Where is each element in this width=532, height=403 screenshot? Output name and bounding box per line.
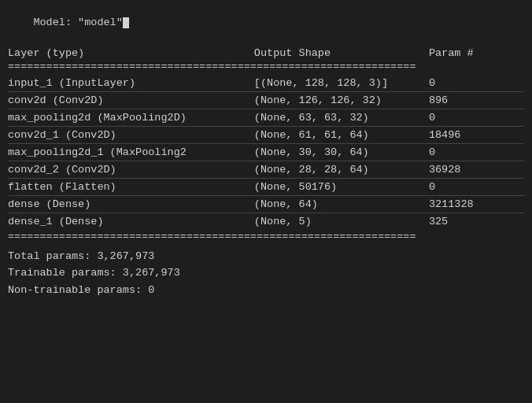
row-params: 0 bbox=[429, 144, 524, 161]
row-params: 896 bbox=[429, 92, 524, 109]
table-row: conv2d_2 (Conv2D)(None, 28, 28, 64)36928 bbox=[8, 161, 524, 179]
row-output: (None, 28, 28, 64) bbox=[254, 161, 429, 179]
row-params: 325 bbox=[429, 213, 524, 230]
model-title: Model: "model" bbox=[8, 5, 524, 40]
total-params: Total params: 3,267,973 bbox=[8, 248, 524, 265]
row-output: (None, 64) bbox=[254, 196, 429, 213]
row-output: (None, 30, 30, 64) bbox=[254, 144, 429, 161]
table-row: max_pooling2d_1 (MaxPooling2(None, 30, 3… bbox=[8, 144, 524, 161]
row-output: (None, 50176) bbox=[254, 179, 429, 196]
row-layer: conv2d_1 (Conv2D) bbox=[8, 127, 254, 144]
header-param: Param # bbox=[429, 46, 524, 60]
table-row: dense_1 (Dense)(None, 5)325 bbox=[8, 213, 524, 230]
row-output: (None, 126, 126, 32) bbox=[254, 92, 429, 109]
row-params: 3211328 bbox=[429, 196, 524, 213]
row-layer: conv2d_2 (Conv2D) bbox=[8, 161, 254, 179]
summary-section: Total params: 3,267,973 Trainable params… bbox=[8, 248, 524, 299]
row-layer: flatten (Flatten) bbox=[8, 179, 254, 196]
row-layer: dense_1 (Dense) bbox=[8, 213, 254, 230]
row-output: (None, 63, 63, 32) bbox=[254, 109, 429, 127]
header-layer: Layer (type) bbox=[8, 46, 254, 60]
row-output: (None, 5) bbox=[254, 213, 429, 230]
rows-container: input_1 (InputLayer)[(None, 128, 128, 3)… bbox=[8, 75, 524, 230]
row-layer: max_pooling2d_1 (MaxPooling2 bbox=[8, 144, 254, 161]
row-params: 0 bbox=[429, 75, 524, 92]
terminal: Model: "model" Layer (type) Output Shape… bbox=[0, 0, 532, 403]
row-layer: max_pooling2d (MaxPooling2D) bbox=[8, 109, 254, 127]
row-output: [(None, 128, 128, 3)] bbox=[254, 75, 429, 92]
separator-bottom: ========================================… bbox=[8, 230, 524, 245]
trainable-params: Trainable params: 3,267,973 bbox=[8, 264, 524, 282]
non-trainable-params: Non-trainable params: 0 bbox=[8, 282, 524, 299]
table-row: flatten (Flatten)(None, 50176)0 bbox=[8, 179, 524, 196]
model-summary-table: Layer (type) Output Shape Param # ======… bbox=[8, 46, 524, 75]
table-row: max_pooling2d (MaxPooling2D)(None, 63, 6… bbox=[8, 109, 524, 127]
row-layer: conv2d (Conv2D) bbox=[8, 92, 254, 109]
table-row: conv2d (Conv2D)(None, 126, 126, 32)896 bbox=[8, 92, 524, 109]
table-row: dense (Dense)(None, 64)3211328 bbox=[8, 196, 524, 213]
row-layer: input_1 (InputLayer) bbox=[8, 75, 254, 92]
table-row: input_1 (InputLayer)[(None, 128, 128, 3)… bbox=[8, 75, 524, 92]
row-output: (None, 61, 61, 64) bbox=[254, 127, 429, 144]
header-output: Output Shape bbox=[254, 46, 429, 60]
separator-top: ========================================… bbox=[8, 60, 524, 75]
row-params: 0 bbox=[429, 109, 524, 127]
row-params: 18496 bbox=[429, 127, 524, 144]
table-header-row: Layer (type) Output Shape Param # bbox=[8, 46, 524, 60]
row-params: 0 bbox=[429, 179, 524, 196]
table-row: conv2d_1 (Conv2D)(None, 61, 61, 64)18496 bbox=[8, 127, 524, 144]
row-params: 36928 bbox=[429, 161, 524, 179]
row-layer: dense (Dense) bbox=[8, 196, 254, 213]
